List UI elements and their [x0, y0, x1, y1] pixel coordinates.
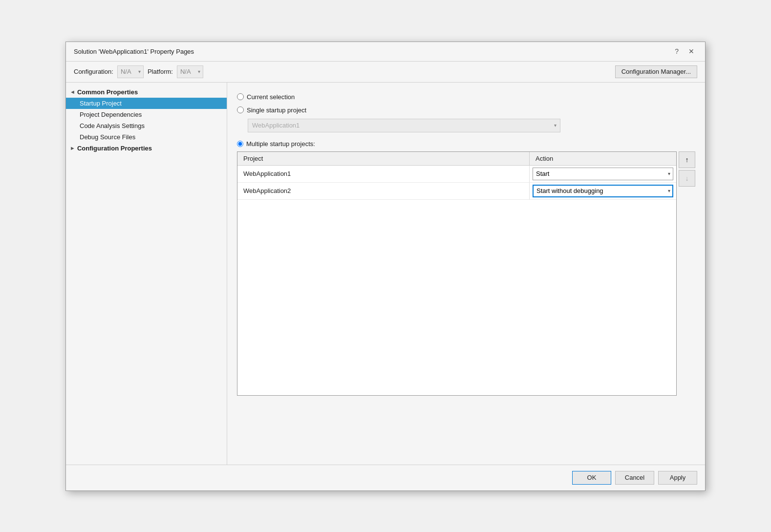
close-button[interactable]: ✕ [685, 47, 697, 56]
action-select-2[interactable]: None Start Start without debugging [533, 185, 673, 197]
multiple-startup-radio[interactable] [237, 141, 243, 147]
debug-source-files-label: Debug Source Files [80, 133, 135, 141]
platform-select-wrapper: N/A [177, 65, 203, 78]
common-properties-header[interactable]: ◄ Common Properties [66, 86, 227, 98]
table-row: WebApplication2 None Start Start without… [237, 183, 676, 200]
projects-table-container: Project Action WebApplication1 None [237, 151, 695, 396]
table-row: WebApplication1 None Start Start without… [237, 166, 676, 183]
cancel-button[interactable]: Cancel [615, 471, 654, 485]
projects-table: Project Action WebApplication1 None [237, 151, 677, 396]
action-select-1[interactable]: None Start Start without debugging [533, 168, 673, 180]
content-area: Current selection Single startup project… [227, 83, 705, 465]
multiple-startup-label[interactable]: Multiple startup projects: [246, 140, 315, 148]
startup-project-label: Startup Project [80, 100, 122, 107]
project-dependencies-label: Project Dependencies [80, 111, 142, 118]
configuration-properties-header[interactable]: ► Configuration Properties [66, 143, 227, 154]
platform-select[interactable]: N/A [177, 65, 203, 78]
sidebar-item-code-analysis-settings[interactable]: Code Analysis Settings [66, 120, 227, 131]
single-startup-option[interactable]: Single startup project [237, 104, 695, 117]
config-bar: Configuration: N/A Platform: N/A Configu… [66, 62, 705, 83]
apply-button[interactable]: Apply [658, 471, 697, 485]
configuration-manager-button[interactable]: Configuration Manager... [615, 65, 697, 78]
ok-button[interactable]: OK [572, 471, 611, 485]
configuration-properties-section: ► Configuration Properties [66, 143, 227, 154]
table-header-action: Action [530, 152, 676, 165]
common-properties-section: ◄ Common Properties Startup Project Proj… [66, 86, 227, 143]
sidebar-item-project-dependencies[interactable]: Project Dependencies [66, 109, 227, 120]
configuration-select[interactable]: N/A [117, 65, 144, 78]
sidebar: ◄ Common Properties Startup Project Proj… [66, 83, 227, 465]
startup-radio-group: Current selection Single startup project… [237, 90, 695, 396]
table-header-project: Project [237, 152, 530, 165]
multiple-startup-label-row: Multiple startup projects: [237, 140, 695, 148]
action-cell-1: None Start Start without debugging [530, 166, 676, 182]
dialog-title: Solution 'WebApplication1' Property Page… [74, 48, 194, 55]
help-button[interactable]: ? [672, 47, 682, 56]
sidebar-item-startup-project[interactable]: Startup Project [66, 98, 227, 109]
configuration-label: Configuration: [74, 68, 113, 75]
action-cell-2: None Start Start without debugging [530, 183, 676, 199]
common-expand-icon: ◄ [70, 89, 75, 95]
current-selection-option[interactable]: Current selection [237, 90, 695, 104]
title-bar: Solution 'WebApplication1' Property Page… [66, 42, 705, 62]
table-header: Project Action [237, 152, 676, 166]
single-project-select-wrapper: WebApplication1 [248, 119, 560, 132]
main-content: ◄ Common Properties Startup Project Proj… [66, 83, 705, 465]
sidebar-item-debug-source-files[interactable]: Debug Source Files [66, 131, 227, 143]
current-selection-radio[interactable] [237, 93, 244, 100]
project-cell-1: WebApplication1 [237, 166, 530, 182]
move-down-button[interactable]: ↓ [679, 170, 695, 187]
current-selection-label[interactable]: Current selection [247, 93, 295, 101]
platform-label: Platform: [148, 68, 173, 75]
configuration-properties-label: Configuration Properties [77, 145, 152, 152]
code-analysis-settings-label: Code Analysis Settings [80, 122, 145, 129]
single-startup-label[interactable]: Single startup project [247, 106, 306, 114]
single-project-select[interactable]: WebApplication1 [248, 119, 560, 132]
title-bar-controls: ? ✕ [672, 47, 697, 56]
move-up-button[interactable]: ↑ [679, 151, 695, 168]
action-select-wrapper-1: None Start Start without debugging [533, 168, 673, 180]
single-startup-radio[interactable] [237, 106, 244, 113]
common-properties-label: Common Properties [77, 88, 138, 96]
multiple-projects-section: Multiple startup projects: Project Actio… [237, 140, 695, 396]
property-pages-dialog: Solution 'WebApplication1' Property Page… [65, 42, 706, 491]
project-cell-2: WebApplication2 [237, 183, 530, 199]
action-select-wrapper-2: None Start Start without debugging [533, 185, 673, 197]
move-buttons: ↑ ↓ [679, 151, 695, 187]
configuration-select-wrapper: N/A [117, 65, 144, 78]
config-expand-icon: ► [70, 145, 75, 151]
dialog-footer: OK Cancel Apply [66, 465, 705, 490]
